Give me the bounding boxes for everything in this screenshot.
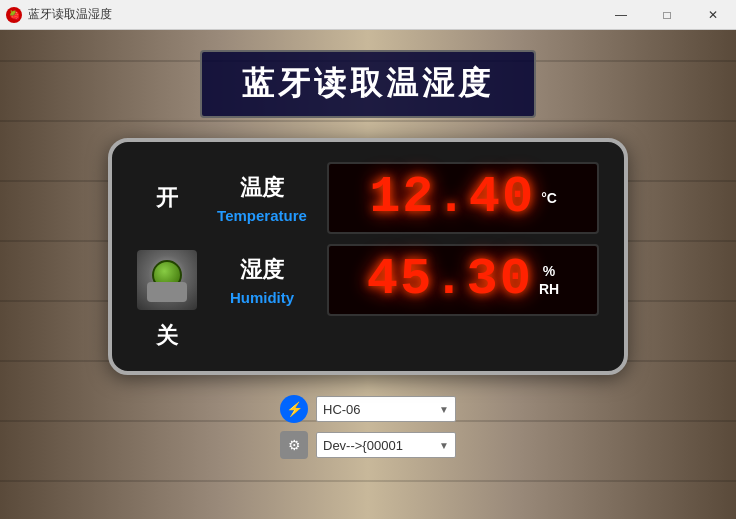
humidity-value: 45.30: [367, 254, 533, 306]
bluetooth-dropdown-arrow: ▼: [439, 404, 449, 415]
switch-row: 湿度 Humidity 45.30 % RH: [137, 244, 599, 316]
device-control-row: ⚙ Dev-->{00001 ▼: [280, 431, 456, 459]
app-icon: 🍓: [6, 7, 22, 23]
window-controls: — □ ✕: [598, 0, 736, 29]
humidity-info: 湿度 Humidity: [197, 255, 327, 306]
off-label: 关: [156, 321, 178, 351]
minimize-button[interactable]: —: [598, 0, 644, 30]
device-dropdown-arrow: ▼: [439, 440, 449, 451]
switch-column: [137, 250, 197, 310]
on-label-column: 开: [137, 183, 197, 213]
humidity-unit: % RH: [539, 262, 559, 298]
temperature-info: 温度 Temperature: [197, 173, 327, 224]
temperature-row: 开 温度 Temperature 12.40 °C: [137, 162, 599, 234]
main-content: 蓝牙读取温湿度 开 温度 Temperature 12.40 °C: [0, 30, 736, 519]
temperature-unit: °C: [541, 189, 557, 207]
bluetooth-dropdown-value: HC-06: [323, 402, 361, 417]
off-label-row: 关: [137, 321, 599, 351]
title-bar-text: 蓝牙读取温湿度: [28, 6, 598, 23]
humidity-english-label: Humidity: [230, 289, 294, 306]
display-panel: 开 温度 Temperature 12.40 °C 湿度: [108, 138, 628, 375]
temperature-led: 12.40 °C: [327, 162, 599, 234]
bottom-controls: ⚡ HC-06 ▼ ⚙ Dev-->{00001 ▼: [280, 395, 456, 459]
humidity-chinese-label: 湿度: [240, 255, 284, 285]
temperature-chinese-label: 温度: [240, 173, 284, 203]
device-dropdown-value: Dev-->{00001: [323, 438, 403, 453]
settings-icon: ⚙: [280, 431, 308, 459]
temperature-english-label: Temperature: [217, 207, 307, 224]
humidity-led: 45.30 % RH: [327, 244, 599, 316]
page-title-box: 蓝牙读取温湿度: [200, 50, 536, 118]
on-label: 开: [156, 183, 178, 213]
off-label-column: 关: [137, 321, 197, 351]
device-dropdown[interactable]: Dev-->{00001 ▼: [316, 432, 456, 458]
page-title: 蓝牙读取温湿度: [242, 62, 494, 106]
temperature-value: 12.40: [369, 172, 535, 224]
bluetooth-control-row: ⚡ HC-06 ▼: [280, 395, 456, 423]
switch-base: [147, 282, 187, 302]
close-button[interactable]: ✕: [690, 0, 736, 30]
power-switch[interactable]: [137, 250, 197, 310]
bluetooth-icon: ⚡: [280, 395, 308, 423]
maximize-button[interactable]: □: [644, 0, 690, 30]
title-bar: 🍓 蓝牙读取温湿度 — □ ✕: [0, 0, 736, 30]
bluetooth-dropdown[interactable]: HC-06 ▼: [316, 396, 456, 422]
